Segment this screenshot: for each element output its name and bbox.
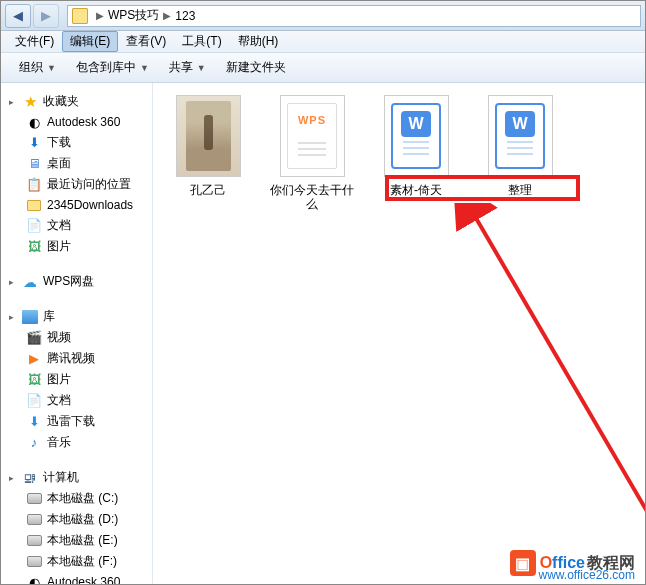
office-logo-icon: ▣ xyxy=(510,550,536,576)
sidebar-item-documents2[interactable]: 📄文档 xyxy=(5,390,148,411)
toolbar-newfolder[interactable]: 新建文件夹 xyxy=(216,56,296,79)
sidebar-item-txvideo[interactable]: ▶腾讯视频 xyxy=(5,348,148,369)
nav-back-button[interactable]: ◀ xyxy=(5,4,31,28)
sidebar-item-autodesk2[interactable]: ◐Autodesk 360 xyxy=(5,572,148,584)
disk-icon xyxy=(25,491,43,507)
menu-tools[interactable]: 工具(T) xyxy=(174,31,229,52)
sidebar-libraries-header[interactable]: ▸ 库 xyxy=(5,306,148,327)
sidebar-item-disk-c[interactable]: 本地磁盘 (C:) xyxy=(5,488,148,509)
sidebar-item-label: 本地磁盘 (F:) xyxy=(47,553,117,570)
address-bar[interactable]: ▶ WPS技巧 ▶ 123 xyxy=(67,5,641,27)
toolbar-include[interactable]: 包含到库中▼ xyxy=(66,56,159,79)
sidebar-item-label: 最近访问的位置 xyxy=(47,176,131,193)
sidebar-item-label: 腾讯视频 xyxy=(47,350,95,367)
txvideo-icon: ▶ xyxy=(25,351,43,367)
sidebar-item-label: 图片 xyxy=(47,238,71,255)
sidebar-item-disk-d[interactable]: 本地磁盘 (D:) xyxy=(5,509,148,530)
sidebar-item-label: 音乐 xyxy=(47,434,71,451)
sidebar-item-label: 视频 xyxy=(47,329,71,346)
caret-icon: ▸ xyxy=(9,97,19,107)
sidebar-wps-header[interactable]: ▸ ☁ WPS网盘 xyxy=(5,271,148,292)
menu-bar: 文件(F) 编辑(E) 查看(V) 工具(T) 帮助(H) xyxy=(1,31,645,53)
caret-icon: ▸ xyxy=(9,473,19,483)
annotation-highlight-box xyxy=(385,175,580,201)
sidebar-computer-header[interactable]: ▸ 🖳 计算机 xyxy=(5,467,148,488)
sidebar-item-recent[interactable]: 📋最近访问的位置 xyxy=(5,174,148,195)
disk-icon xyxy=(25,512,43,528)
breadcrumb-part1[interactable]: WPS技巧 xyxy=(108,7,159,24)
autodesk-icon: ◐ xyxy=(25,574,43,584)
sidebar-wps-group: ▸ ☁ WPS网盘 xyxy=(5,271,148,292)
file-name-label: 孔乙己 xyxy=(164,183,252,197)
folder-icon xyxy=(25,197,43,213)
toolbar-share[interactable]: 共享▼ xyxy=(159,56,216,79)
svg-line-0 xyxy=(473,213,646,573)
toolbar-organize[interactable]: 组织▼ xyxy=(9,56,66,79)
file-item-wps[interactable]: WPS 你们今天去干什么 xyxy=(269,95,355,211)
sidebar-item-label: 2345Downloads xyxy=(47,198,133,212)
recent-icon: 📋 xyxy=(25,177,43,193)
menu-edit[interactable]: 编辑(E) xyxy=(62,31,118,52)
watermark-url: www.office26.com xyxy=(539,568,636,582)
sidebar-item-label: 文档 xyxy=(47,392,71,409)
sidebar-item-label: 本地磁盘 (E:) xyxy=(47,532,118,549)
caret-icon: ▸ xyxy=(9,312,19,322)
main-area: ▸ ★ 收藏夹 ◐Autodesk 360 ⬇下载 🖥桌面 📋最近访问的位置 2… xyxy=(1,83,645,584)
sidebar-item-pictures2[interactable]: 🖼图片 xyxy=(5,369,148,390)
sidebar-item-label: 下载 xyxy=(47,134,71,151)
disk-icon xyxy=(25,554,43,570)
dropdown-icon: ▼ xyxy=(47,63,56,73)
sidebar-item-disk-f[interactable]: 本地磁盘 (F:) xyxy=(5,551,148,572)
library-icon xyxy=(21,309,39,325)
sidebar-item-label: 迅雷下载 xyxy=(47,413,95,430)
menu-file[interactable]: 文件(F) xyxy=(7,31,62,52)
sidebar-item-label: 桌面 xyxy=(47,155,71,172)
sidebar-item-label: 文档 xyxy=(47,217,71,234)
file-pane: 孔乙己 WPS 你们今天去干什么 W 素材-倚天 W 整理 xyxy=(153,83,645,584)
breadcrumb-part2[interactable]: 123 xyxy=(175,9,195,23)
arrow-right-icon: ▶ xyxy=(41,8,51,23)
toolbar: 组织▼ 包含到库中▼ 共享▼ 新建文件夹 xyxy=(1,53,645,83)
sidebar-item-videos[interactable]: 🎬视频 xyxy=(5,327,148,348)
caret-icon: ▸ xyxy=(9,277,19,287)
sidebar-item-downloads[interactable]: ⬇下载 xyxy=(5,132,148,153)
picture-icon: 🖼 xyxy=(25,239,43,255)
sidebar-item-disk-e[interactable]: 本地磁盘 (E:) xyxy=(5,530,148,551)
picture-icon: 🖼 xyxy=(25,372,43,388)
toolbar-organize-label: 组织 xyxy=(19,59,43,76)
sidebar-item-xunlei[interactable]: ⬇迅雷下载 xyxy=(5,411,148,432)
sidebar-favorites-header[interactable]: ▸ ★ 收藏夹 xyxy=(5,91,148,112)
sidebar-item-label: Autodesk 360 xyxy=(47,575,120,584)
desktop-icon: 🖥 xyxy=(25,156,43,172)
sidebar-item-desktop[interactable]: 🖥桌面 xyxy=(5,153,148,174)
sidebar-favorites-group: ▸ ★ 收藏夹 ◐Autodesk 360 ⬇下载 🖥桌面 📋最近访问的位置 2… xyxy=(5,91,148,257)
menu-view[interactable]: 查看(V) xyxy=(118,31,174,52)
sidebar: ▸ ★ 收藏夹 ◐Autodesk 360 ⬇下载 🖥桌面 📋最近访问的位置 2… xyxy=(1,83,153,584)
sidebar-item-autodesk[interactable]: ◐Autodesk 360 xyxy=(5,112,148,132)
annotation-arrow xyxy=(443,203,646,583)
sidebar-item-label: 图片 xyxy=(47,371,71,388)
sidebar-item-pictures[interactable]: 🖼图片 xyxy=(5,236,148,257)
dropdown-icon: ▼ xyxy=(140,63,149,73)
arrow-left-icon: ◀ xyxy=(13,8,23,23)
music-icon: ♪ xyxy=(25,435,43,451)
menu-help[interactable]: 帮助(H) xyxy=(230,31,287,52)
word-file-icon: W xyxy=(384,95,449,177)
computer-icon: 🖳 xyxy=(21,470,39,486)
disk-icon xyxy=(25,533,43,549)
sidebar-item-2345[interactable]: 2345Downloads xyxy=(5,195,148,215)
sidebar-item-music[interactable]: ♪音乐 xyxy=(5,432,148,453)
sidebar-libraries-group: ▸ 库 🎬视频 ▶腾讯视频 🖼图片 📄文档 ⬇迅雷下载 ♪音乐 xyxy=(5,306,148,453)
nav-forward-button[interactable]: ▶ xyxy=(33,4,59,28)
sidebar-item-label: 本地磁盘 (D:) xyxy=(47,511,118,528)
file-name-label: 你们今天去干什么 xyxy=(268,183,356,211)
xunlei-icon: ⬇ xyxy=(25,414,43,430)
file-item-image[interactable]: 孔乙己 xyxy=(165,95,251,211)
toolbar-share-label: 共享 xyxy=(169,59,193,76)
wps-file-icon: WPS xyxy=(280,95,345,177)
sidebar-computer-group: ▸ 🖳 计算机 本地磁盘 (C:) 本地磁盘 (D:) 本地磁盘 (E:) 本地… xyxy=(5,467,148,584)
video-icon: 🎬 xyxy=(25,330,43,346)
cloud-icon: ☁ xyxy=(21,274,39,290)
download-icon: ⬇ xyxy=(25,135,43,151)
sidebar-item-documents[interactable]: 📄文档 xyxy=(5,215,148,236)
